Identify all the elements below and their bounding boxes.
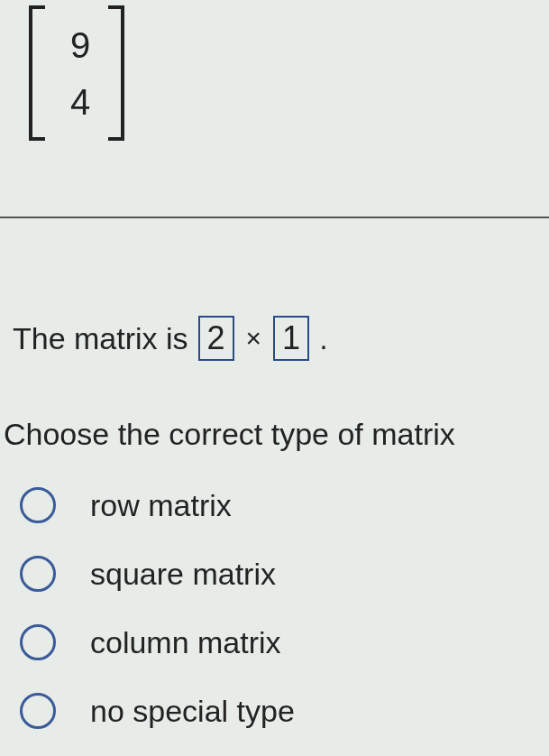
option-square-matrix[interactable]: square matrix	[20, 556, 295, 592]
option-label: column matrix	[90, 625, 281, 660]
matrix-display: 9 4	[29, 5, 124, 141]
option-label: no special type	[90, 694, 295, 729]
matrix-entry-0: 9	[70, 22, 90, 69]
options-group: row matrix square matrix column matrix n…	[20, 487, 295, 729]
matrix-entry-1: 4	[70, 78, 90, 125]
dimension-rows-box[interactable]: 2	[198, 316, 234, 361]
radio-icon[interactable]	[20, 556, 56, 592]
question-prompt: Choose the correct type of matrix	[4, 417, 455, 452]
option-column-matrix[interactable]: column matrix	[20, 624, 295, 660]
option-label: row matrix	[90, 488, 232, 523]
radio-icon[interactable]	[20, 693, 56, 729]
section-divider	[0, 217, 549, 218]
radio-icon[interactable]	[20, 487, 56, 523]
option-no-special-type[interactable]: no special type	[20, 693, 295, 729]
option-label: square matrix	[90, 557, 276, 592]
bracket-right	[108, 5, 124, 141]
times-symbol: ×	[246, 323, 262, 354]
dimension-statement: The matrix is 2 × 1 .	[13, 316, 328, 361]
bracket-left	[29, 5, 45, 141]
dimension-suffix: .	[319, 321, 327, 356]
matrix-values: 9 4	[45, 5, 108, 141]
option-row-matrix[interactable]: row matrix	[20, 487, 295, 523]
dimension-prefix: The matrix is	[13, 321, 188, 356]
dimension-cols-box[interactable]: 1	[273, 316, 309, 361]
radio-icon[interactable]	[20, 624, 56, 660]
